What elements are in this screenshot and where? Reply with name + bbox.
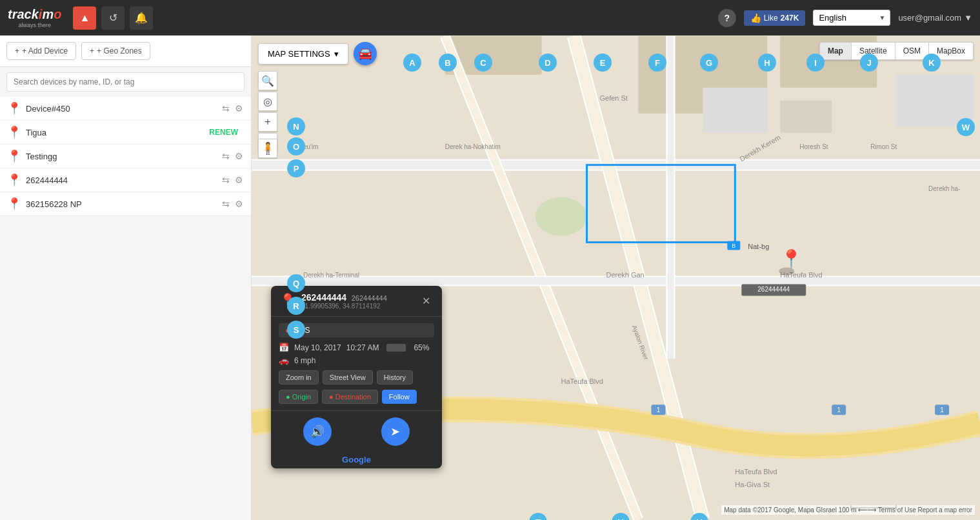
list-item[interactable]: 📍 362156228 NP ⇆ ⚙ [0, 192, 251, 216]
logo-text: trackimo [8, 7, 61, 22]
popup-coords: 31.99905396, 34.87114192 [301, 303, 418, 310]
device-actions: ⇆ ⚙ [222, 103, 243, 114]
annotation-n: N [287, 117, 305, 135]
language-selector-wrapper: English Hebrew Spanish French German ▼ [813, 10, 890, 26]
zoom-in-popup-button[interactable]: Zoom in [279, 370, 319, 385]
navigate-button[interactable]: ➤ [381, 417, 410, 446]
map-settings-button[interactable]: MAP SETTINGS ▾ [258, 43, 348, 65]
annotation-q: Q [287, 274, 305, 292]
map-background[interactable]: 1 1 1 1 Derekh Kerem Derekh Gan HaTeufa … [252, 35, 980, 520]
device-actions: ⇆ ⚙ [222, 199, 243, 209]
language-select[interactable]: English Hebrew Spanish French German [813, 10, 890, 26]
sidebar-top-buttons: + + Add Device + + Geo Zones [0, 35, 251, 67]
history-button[interactable]: History [377, 370, 413, 385]
header: trackimo always there ▲ ↺ 🔔 ? 👍 Like 247… [0, 0, 980, 35]
share-icon[interactable]: ⇆ [222, 151, 230, 161]
device-name: Testingg [26, 152, 222, 161]
plus-icon: + [265, 116, 270, 128]
svg-text:1: 1 [837, 406, 841, 414]
device-pin-icon: 📍 [8, 174, 21, 186]
list-item[interactable]: 📍 Device#450 ⇆ ⚙ [0, 97, 251, 121]
battery-percent: 65% [414, 343, 429, 352]
svg-text:Nat-bg: Nat-bg [748, 243, 769, 250]
plus-geo-icon: + [90, 46, 94, 55]
help-button[interactable]: ? [718, 9, 736, 27]
annotation-e: E [594, 54, 612, 72]
svg-text:Derekh ha-Terminal: Derekh ha-Terminal [303, 272, 359, 279]
settings-icon[interactable]: ⚙ [235, 103, 243, 114]
device-list: 📍 Device#450 ⇆ ⚙ 📍 Tigua RENEW 📍 [0, 97, 251, 520]
sidebar: + + Add Device + + Geo Zones 📍 Device#45… [0, 35, 252, 520]
navigation-icon: 🚘 [358, 46, 372, 61]
map-settings-label: MAP SETTINGS [268, 49, 330, 59]
zoom-in-button[interactable]: + [258, 112, 277, 132]
facebook-like[interactable]: 👍 Like 247K [744, 10, 806, 26]
street-view-pegman[interactable]: 🧍 [258, 139, 277, 158]
history-button[interactable]: ↺ [101, 6, 125, 30]
street-view-button[interactable]: Street View [323, 370, 373, 385]
svg-point-37 [535, 197, 587, 236]
device-pin-icon: 📍 [8, 102, 21, 115]
speaker-icon: 🔊 [310, 425, 325, 439]
popup-device-name: 262444444 [301, 292, 346, 303]
geo-zones-label: + Geo Zones [97, 46, 142, 55]
svg-text:Horesh St: Horesh St [799, 143, 828, 150]
share-icon[interactable]: ⇆ [222, 175, 230, 185]
svg-text:HaTeufa Blvd: HaTeufa Blvd [561, 377, 603, 385]
compass-icon: ➤ [390, 425, 400, 439]
popup-speed-row: 🚗 6 mph [279, 355, 434, 365]
svg-text:Derek ha-Nokhatim: Derek ha-Nokhatim [445, 143, 501, 150]
follow-button[interactable]: Follow [382, 390, 417, 404]
popup-close-button[interactable]: ✕ [418, 294, 434, 308]
geo-zones-button[interactable]: + + Geo Zones [81, 42, 150, 60]
list-item[interactable]: 📍 262444444 ⇆ ⚙ [0, 168, 251, 192]
device-actions: ⇆ ⚙ [222, 175, 243, 185]
map-toolbar: MAP SETTINGS ▾ 🚘 [258, 42, 377, 65]
annotation-c: C [474, 54, 492, 72]
svg-text:Rimon St: Rimon St [870, 143, 897, 150]
track-device-button[interactable]: 🚘 [354, 42, 377, 65]
annotation-g: G [700, 54, 718, 72]
refresh-icon: ↺ [109, 12, 117, 24]
device-pin-icon: 📍 [8, 197, 21, 210]
annotation-b: B [439, 54, 457, 72]
annotation-s: S [287, 321, 305, 339]
device-name: Tigua [26, 128, 209, 137]
annotation-k: K [923, 54, 941, 72]
annotation-d: D [539, 54, 557, 72]
origin-icon: ● [286, 393, 290, 401]
fb-like-count: 247K [781, 14, 799, 23]
notifications-button[interactable]: 🔔 [130, 6, 153, 30]
tracking-button[interactable]: ▲ [73, 6, 96, 30]
my-location-button[interactable]: ◎ [258, 92, 277, 111]
popup-action-buttons: Zoom in Street View History [279, 370, 434, 385]
map-view-map-button[interactable]: Map [820, 43, 852, 59]
map-search-button[interactable]: 🔍 [258, 71, 277, 90]
sound-button[interactable]: 🔊 [303, 417, 332, 446]
logo: trackimo always there [8, 7, 61, 28]
svg-rect-39 [703, 88, 767, 133]
share-icon[interactable]: ⇆ [222, 199, 230, 209]
share-icon[interactable]: ⇆ [222, 103, 230, 114]
dest-icon: ● [329, 393, 334, 401]
logo-sub: always there [8, 22, 61, 28]
settings-icon[interactable]: ⚙ [235, 199, 243, 209]
device-actions: ⇆ ⚙ [222, 151, 243, 161]
user-menu[interactable]: user@gmail.com ▼ [898, 13, 972, 23]
destination-button[interactable]: ● Destination [322, 390, 378, 404]
person-icon: 🧍 [261, 141, 275, 155]
arrow-up-icon: ▲ [79, 12, 90, 24]
device-search-input[interactable] [6, 72, 245, 92]
origin-button[interactable]: ● Origin [279, 390, 318, 404]
list-item[interactable]: 📍 Testingg ⇆ ⚙ [0, 145, 251, 168]
add-device-button[interactable]: + + Add Device [6, 42, 76, 60]
list-item[interactable]: 📍 Tigua RENEW [0, 121, 251, 145]
annotation-p: P [287, 159, 305, 177]
settings-icon[interactable]: ⚙ [235, 175, 243, 185]
settings-icon[interactable]: ⚙ [235, 151, 243, 161]
popup-navigation-buttons: ● Origin ● Destination Follow [279, 390, 434, 404]
plus-icon: + [15, 46, 19, 55]
device-pin-icon: 📍 [8, 150, 21, 163]
popup-date-row: 📅 May 10, 2017 10:27 AM 65% [279, 343, 434, 352]
calendar-icon: 📅 [279, 343, 289, 352]
